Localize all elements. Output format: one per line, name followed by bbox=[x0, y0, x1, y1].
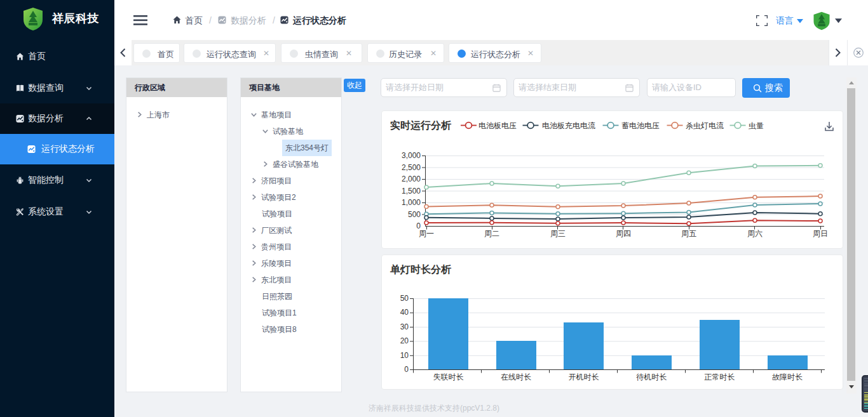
svg-text:电池板电压: 电池板电压 bbox=[478, 121, 517, 130]
svg-text:虫量: 虫量 bbox=[749, 121, 764, 130]
svg-text:2,000: 2,000 bbox=[402, 175, 421, 183]
svg-text:周日: 周日 bbox=[813, 229, 828, 238]
svg-text:开机时长: 开机时长 bbox=[568, 373, 599, 381]
svg-text:蓄电池电压: 蓄电池电压 bbox=[621, 121, 660, 130]
svg-text:50: 50 bbox=[400, 294, 409, 303]
svg-text:1,500: 1,500 bbox=[402, 187, 421, 195]
svg-text:故障时长: 故障时长 bbox=[772, 373, 803, 381]
svg-text:周二: 周二 bbox=[484, 229, 499, 238]
svg-text:周四: 周四 bbox=[616, 229, 631, 238]
svg-text:30: 30 bbox=[400, 322, 409, 331]
svg-text:10: 10 bbox=[400, 351, 409, 360]
svg-text:40: 40 bbox=[400, 308, 409, 317]
svg-text:20: 20 bbox=[400, 336, 409, 345]
svg-text:待机时长: 待机时长 bbox=[636, 373, 667, 381]
svg-text:电池板充电电流: 电池板充电电流 bbox=[542, 121, 595, 130]
svg-text:0: 0 bbox=[404, 365, 409, 374]
svg-text:杀虫灯电流: 杀虫灯电流 bbox=[686, 121, 724, 130]
svg-text:周三: 周三 bbox=[550, 229, 566, 238]
svg-text:失联时长: 失联时长 bbox=[433, 373, 464, 381]
svg-text:在线时长: 在线时长 bbox=[501, 373, 531, 381]
svg-text:周五: 周五 bbox=[681, 229, 696, 238]
svg-text:正常时长: 正常时长 bbox=[704, 373, 735, 381]
svg-text:3,000: 3,000 bbox=[402, 151, 421, 160]
svg-text:周一: 周一 bbox=[419, 229, 434, 238]
svg-text:周六: 周六 bbox=[747, 229, 763, 238]
svg-text:1,000: 1,000 bbox=[402, 198, 421, 207]
svg-text:500: 500 bbox=[408, 210, 421, 219]
svg-text:2,500: 2,500 bbox=[402, 163, 421, 172]
